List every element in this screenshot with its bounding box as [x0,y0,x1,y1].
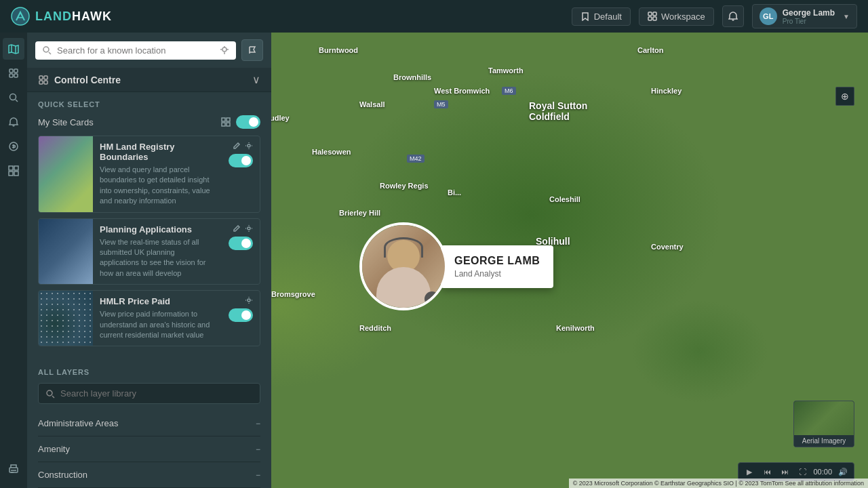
chevron-icon: − [256,445,260,454]
hm-land-registry-title: HM Land Registry Boundaries [100,142,215,162]
hmlr-toggle[interactable] [229,308,253,322]
cc-header-left: Control Centre [38,75,121,85]
search-icon [45,389,55,399]
volume-button[interactable]: 🔊 [836,465,850,479]
map-label: Tamworth [488,66,524,75]
step-forward-button[interactable]: ⏭ [778,465,791,479]
category-amenity-header[interactable]: Amenity − [38,436,260,462]
workspace-button[interactable]: Workspace [639,7,714,26]
profile-photo [359,222,448,310]
road-badge: M42 [407,155,425,163]
location-search-input[interactable] [57,45,214,56]
hm-land-registry-toggle[interactable] [229,154,253,167]
fullscreen-button[interactable]: ⛶ [795,465,809,479]
hmlr-controls [222,291,260,346]
map-label: Royal SuttonColdfield [529,100,587,122]
planning-thumbnail [39,219,93,285]
grid-icon [221,117,231,127]
panel-content: QUICK SELECT My Site Cards HM Land Regis… [27,92,271,488]
svg-rect-4 [653,17,656,20]
svg-point-26 [248,144,250,147]
edit-icon[interactable] [233,142,241,150]
layer-search-wrap [38,383,260,404]
svg-point-17 [222,47,226,52]
svg-rect-25 [226,123,230,126]
svg-rect-23 [226,118,230,121]
control-centre-icon [38,75,49,85]
sidebar-item-alerts[interactable] [3,111,24,133]
collapse-button[interactable]: ∨ [252,73,260,86]
edit-icon[interactable] [233,224,241,232]
chevron-icon: − [256,419,260,428]
bookmark-icon [580,12,590,21]
road-badge: M5 [434,100,448,108]
hm-land-registry-controls [222,136,260,212]
play-button[interactable]: ▶ [743,465,756,479]
attribution: © 2023 Microsoft Corporation © Earthstar… [569,479,868,488]
aerial-label: Aerial Imagery [794,435,854,447]
sidebar-item-sites[interactable] [3,62,24,84]
sidebar-item-grid[interactable] [3,160,24,182]
timer-display: 00:00 [813,468,832,476]
sidebar-item-search[interactable] [3,87,24,108]
sidebar-item-currency[interactable] [3,136,24,157]
all-layers-section: ALL LAYERS Administrative Areas − Amenit… [27,360,271,488]
svg-point-16 [43,47,49,52]
sidebar-item-print[interactable] [3,458,24,480]
map-controls: ⊕ [835,87,854,106]
svg-rect-18 [39,76,43,79]
category-administrative: Administrative Areas − [38,411,260,436]
layer-search-input[interactable] [60,388,253,399]
profile-name: GEORGE LAMB [454,255,540,267]
category-construction-header[interactable]: Construction − [38,462,260,487]
planning-toggle[interactable] [229,237,253,250]
svg-rect-22 [222,118,225,121]
chevron-down-icon: ▼ [843,13,850,20]
compass-button[interactable]: ⊕ [835,87,854,106]
profile-info: GEORGE LAMB Land Analyst [441,245,553,288]
hmlr-thumbnail [39,291,93,346]
category-construction-label: Construction [38,470,87,480]
map-label: Rowley Regis [380,182,429,190]
map-label: Bromsgrove [271,290,315,298]
hm-land-registry-card: HM Land Registry Boundaries View and que… [38,136,260,213]
flag-icon [248,45,257,55]
svg-rect-6 [14,69,18,73]
site-cards-controls [221,115,260,129]
bell-icon [728,11,738,22]
layer-action-row [245,296,253,304]
svg-point-9 [10,94,16,100]
profile-card: GEORGE LAMB Land Analyst [359,222,553,310]
map-label: Redditch [359,324,391,332]
quick-select-label: QUICK SELECT [38,100,260,108]
step-back-button[interactable]: ⏮ [760,465,774,479]
category-amenity: Amenity − [38,436,260,462]
svg-rect-5 [9,69,13,73]
settings-icon[interactable] [245,296,253,304]
layer-action-row [233,142,253,150]
user-info: George Lamb Pro Tier [783,8,835,25]
planning-desc: View the real-time status of all submitt… [100,237,215,279]
person-body [376,267,431,308]
user-menu-button[interactable]: GL George Lamb Pro Tier ▼ [752,4,857,28]
category-administrative-header[interactable]: Administrative Areas − [38,411,260,436]
map-label: Burntwood [319,46,358,54]
map-label: Coventry [651,243,684,251]
topbar-right: Default Workspace GL George Lamb Pro Tie… [572,4,857,28]
svg-rect-21 [44,81,47,84]
control-centre-header: Control Centre ∨ [27,68,271,92]
settings-icon[interactable] [245,142,253,150]
site-cards-row: My Site Cards [38,115,260,129]
sidebar-item-map[interactable] [3,38,24,60]
chevron-icon: − [256,470,260,480]
site-cards-label: My Site Cards [38,117,94,127]
flag-button[interactable] [241,39,263,61]
notification-button[interactable] [722,5,744,27]
location-search-wrap [35,41,236,60]
settings-icon[interactable] [245,224,253,232]
site-cards-toggle[interactable] [236,115,260,129]
map-label: Brownhills [393,73,431,81]
default-button[interactable]: Default [572,7,631,26]
profile-edit-button[interactable] [425,291,439,306]
aerial-imagery-badge[interactable]: Aerial Imagery [793,401,854,447]
